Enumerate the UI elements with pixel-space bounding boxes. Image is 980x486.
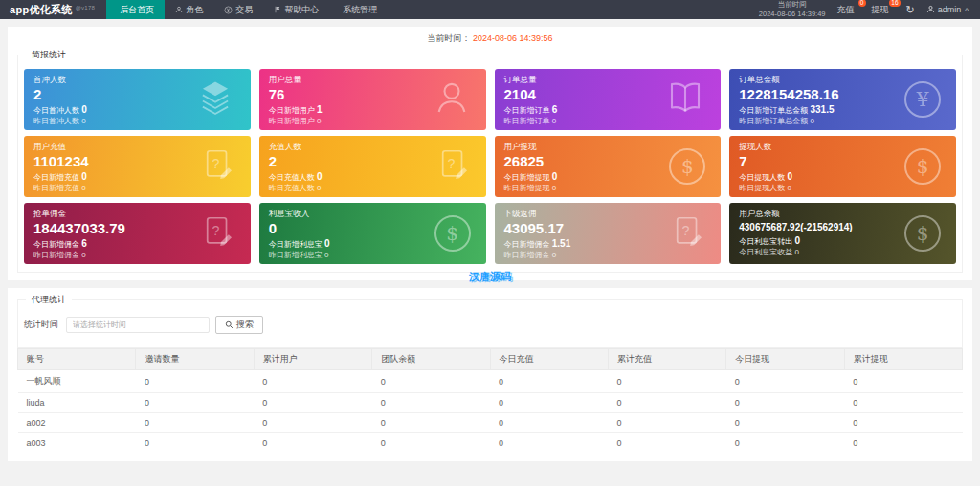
column-header: 账号 — [18, 349, 136, 370]
current-time: 当前时间： 2024-08-06 14:39:56 — [17, 31, 963, 49]
column-header: 今日提现 — [726, 349, 844, 370]
menu-item-label: 帮助中心 — [284, 4, 319, 16]
menu-item-label: 交易 — [235, 4, 253, 16]
stat-card: 订单总金额 1228154258.16 今日新增订单总金额 331.5 昨日新增… — [729, 69, 956, 130]
dollar-icon: $ — [669, 148, 705, 185]
stat-card: 用户总余额 430675687.92(-21562914) 今日利息宝转出 0 … — [729, 203, 956, 264]
cell-number: 0 — [844, 370, 962, 393]
cell-number: 0 — [136, 393, 254, 413]
withdraw-link[interactable]: 提现 16 — [872, 4, 895, 16]
nav-flag-icon — [274, 6, 281, 13]
cell-account: a003 — [18, 433, 136, 453]
cell-number: 0 — [490, 370, 608, 393]
column-header: 今日充值 — [490, 349, 608, 370]
cell-number: 0 — [254, 370, 371, 393]
search-icon — [225, 320, 234, 329]
recharge-badge: 0 — [858, 0, 866, 7]
stat-card: 抢单佣金 184437033.79 今日新增佣金 6 昨日新增佣金 0 ? — [24, 203, 251, 264]
cell-account: a002 — [18, 413, 136, 433]
menu-item-label: 系统管理 — [343, 4, 377, 16]
menu-item[interactable]: 系统管理 — [329, 0, 388, 19]
cell-number: 0 — [136, 413, 254, 433]
menu-item[interactable]: 交易 — [213, 0, 263, 19]
agent-table: 账号邀请数量累计用户团队余额今日充值累计充值今日提现累计提现 一帆风顺00000… — [17, 348, 963, 453]
cell-number: 0 — [254, 413, 371, 433]
svg-text:?: ? — [447, 156, 455, 171]
table-row: liuda0000000 — [18, 393, 963, 413]
menu-item[interactable]: 帮助中心 — [263, 0, 329, 19]
current-time-label: 当前时间： — [427, 33, 470, 43]
column-header: 团队余额 — [372, 349, 490, 370]
cell-number: 0 — [608, 413, 725, 433]
stat-card: 用户总量 76 今日新增用户 1 昨日新增用户 0 — [259, 69, 486, 130]
cell-number: 0 — [372, 370, 490, 393]
cell-number: 0 — [490, 413, 608, 433]
column-header: 累计充值 — [608, 349, 725, 370]
overview-fieldset: 简报统计 首冲人数 2 今日首冲人数 0 昨日首冲人数 0 用户总量 76 今日… — [17, 49, 963, 273]
app-title: app优化系统 — [10, 3, 73, 17]
dollar-icon: $ — [904, 215, 941, 252]
stat-card: 订单总量 2104 今日新增订单 6 昨日新增订单 0 — [495, 69, 722, 130]
cell-number: 0 — [608, 433, 725, 453]
dollar-icon: $ — [434, 215, 471, 252]
cell-account: 一帆风顺 — [18, 370, 136, 393]
app-version: @v178 — [76, 5, 96, 11]
agent-table-body: 一帆风顺0000000liuda0000000a0020000000a00300… — [18, 370, 963, 453]
cell-number: 0 — [726, 433, 844, 453]
search-button-label: 搜索 — [236, 319, 254, 331]
watermark-text: 汉唐源码 — [469, 270, 511, 284]
layers-icon — [195, 77, 235, 122]
cell-number: 0 — [844, 433, 962, 453]
table-row: a0030000000 — [18, 433, 963, 453]
overview-panel: 当前时间： 2024-08-06 14:39:56 简报统计 首冲人数 2 今日… — [8, 27, 972, 280]
app-logo: app优化系统 @v178 — [0, 0, 106, 19]
search-button[interactable]: 搜索 — [215, 316, 263, 334]
cell-number: 0 — [608, 370, 725, 393]
stat-time-input[interactable] — [66, 317, 210, 333]
navbar-time: 当前时间 2024-08-06 14:39:49 — [759, 0, 826, 19]
doc-question-icon: ? — [669, 213, 705, 254]
cell-number: 0 — [372, 393, 490, 413]
agent-table-header-row: 账号邀请数量累计用户团队余额今日充值累计充值今日提现累计提现 — [18, 349, 963, 370]
user-icon — [433, 78, 471, 121]
agent-fieldset: 代理统计 统计时间 搜索 — [17, 294, 963, 348]
cell-number: 0 — [372, 413, 490, 433]
menu-item[interactable]: 角色 — [165, 0, 213, 19]
cell-number: 0 — [844, 393, 962, 413]
filter-label: 统计时间 — [24, 319, 60, 331]
svg-text:?: ? — [212, 223, 219, 238]
overview-legend: 简报统计 — [26, 49, 72, 61]
column-header: 累计用户 — [254, 349, 371, 370]
cell-number: 0 — [490, 433, 608, 453]
stat-cards: 首冲人数 2 今日首冲人数 0 昨日首冲人数 0 用户总量 76 今日新增用户 … — [22, 67, 958, 266]
current-time-value: 2024-08-06 14:39:56 — [473, 33, 553, 43]
column-header: 累计提现 — [844, 349, 962, 370]
cell-number: 0 — [254, 393, 371, 413]
agent-panel: 代理统计 统计时间 搜索 账号邀请数量累计用户团队余额今日充值累计充值今日提现累… — [8, 288, 972, 461]
agent-table-head: 账号邀请数量累计用户团队余额今日充值累计充值今日提现累计提现 — [18, 349, 963, 370]
agent-filter-form: 统计时间 搜索 — [22, 312, 958, 342]
top-navbar: app优化系统 @v178 后台首页 角色 交易 帮助中心 — [0, 0, 980, 19]
cell-number: 0 — [726, 393, 844, 413]
svg-text:?: ? — [682, 223, 690, 238]
column-header: 邀请数量 — [136, 349, 254, 370]
doc-question-icon: ? — [434, 146, 471, 187]
yen-icon: ¥ — [904, 81, 941, 118]
stat-card: 首冲人数 2 今日首冲人数 0 昨日首冲人数 0 — [24, 69, 251, 130]
table-row: 一帆风顺0000000 — [18, 370, 963, 393]
nav-yen-icon — [224, 6, 233, 14]
user-dropdown[interactable]: admin ^ — [926, 5, 969, 15]
doc-question-icon: ? — [199, 146, 235, 187]
menu-item[interactable]: 后台首页 — [106, 0, 165, 19]
cell-number: 0 — [844, 413, 962, 433]
cell-number: 0 — [136, 433, 254, 453]
recharge-link[interactable]: 充值 0 — [837, 4, 860, 16]
chevron-up-icon: ^ — [965, 6, 969, 14]
book-icon — [665, 77, 705, 122]
cell-number: 0 — [608, 393, 725, 413]
stat-card: 充值人数 2 今日充值人数 0 昨日充值人数 0 ? — [259, 136, 486, 197]
cell-number: 0 — [726, 413, 844, 433]
cell-number: 0 — [490, 393, 608, 413]
stat-card: 用户提现 26825 今日新增提现 0 昨日新增提现 0 $ — [495, 136, 722, 197]
refresh-icon[interactable]: ↻ — [906, 4, 915, 16]
